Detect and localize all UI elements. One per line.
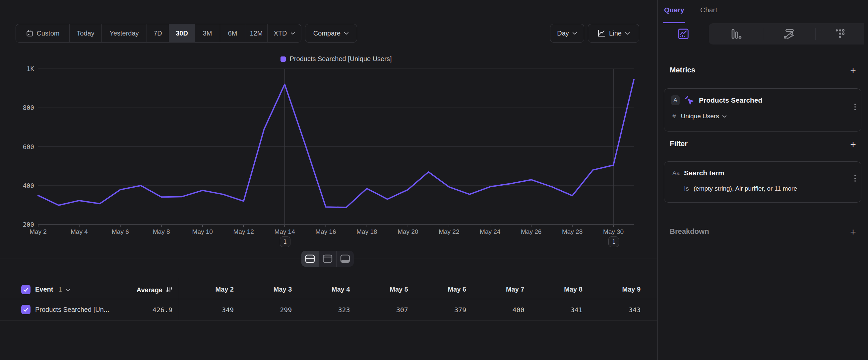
x-axis-label: May 14 — [265, 228, 305, 236]
tab-funnels[interactable] — [709, 23, 763, 45]
filter-value[interactable]: (empty string), Air purifier, or 11 more — [693, 185, 797, 192]
date-column-header[interactable]: May 7 — [468, 286, 525, 293]
average-column-divider — [179, 278, 179, 321]
metric-event-name[interactable]: Products Searched — [699, 96, 762, 104]
x-axis-label: May 10 — [183, 228, 222, 236]
date-cell-value: 341 — [526, 306, 583, 314]
date-range-yesterday[interactable]: Yesterday — [102, 24, 147, 42]
date-range-group: CustomTodayYesterday7D30D3M6M12MXTD — [16, 24, 301, 43]
breakdown-heading: Breakdown — [670, 227, 709, 236]
table-bottom-view-icon — [340, 254, 351, 264]
x-axis-label: May 30 — [593, 228, 633, 236]
table-bottom-view-button[interactable] — [337, 251, 354, 267]
row-checkbox[interactable] — [21, 305, 31, 314]
add-metric-button[interactable]: + — [848, 66, 858, 76]
date-range-xtd[interactable]: XTD — [268, 24, 301, 42]
date-cell-value: 307 — [352, 306, 408, 314]
date-column-header[interactable]: May 9 — [584, 286, 641, 293]
filter-operator[interactable]: Is — [684, 185, 689, 192]
date-range-custom[interactable]: Custom — [16, 24, 70, 42]
select-all-checkbox[interactable] — [21, 285, 31, 294]
granularity-label: Day — [557, 30, 569, 37]
tab-query[interactable]: Query — [664, 6, 684, 14]
aggregation-label: Unique Users — [681, 113, 719, 120]
average-label: Average — [136, 286, 162, 294]
date-cell-value: 379 — [410, 306, 466, 314]
date-column-header[interactable]: May 8 — [526, 286, 583, 293]
x-axis-label: May 4 — [59, 228, 99, 236]
date-range-label: Custom — [37, 30, 60, 37]
date-column-header[interactable]: May 5 — [352, 286, 408, 293]
date-column-header[interactable]: May 4 — [294, 286, 350, 293]
filter-options-menu[interactable] — [855, 175, 856, 182]
y-axis-label: 200 — [11, 221, 34, 228]
granularity-button[interactable]: Day — [550, 24, 584, 43]
tab-flows[interactable] — [763, 23, 815, 45]
metrics-heading: Metrics — [670, 66, 695, 74]
annotation-badge-may-30[interactable]: 1 — [609, 237, 619, 247]
date-cell-value: 299 — [236, 306, 292, 314]
x-axis-label: May 28 — [552, 228, 592, 236]
table-row-border — [0, 321, 657, 321]
tab-chart[interactable]: Chart — [700, 6, 717, 14]
chart-top-view-icon — [322, 254, 333, 264]
average-column-header[interactable]: Average — [110, 285, 173, 295]
date-range-12m[interactable]: 12M — [245, 24, 268, 42]
add-breakdown-button[interactable]: + — [848, 227, 858, 237]
date-range-30d[interactable]: 30D — [169, 24, 195, 42]
metric-aggregation-row: # Unique Users — [672, 113, 861, 120]
chart-plot-area[interactable] — [38, 69, 634, 228]
y-axis-label: 400 — [11, 182, 34, 189]
filter-condition-row: Is (empty string), Air purifier, or 11 m… — [684, 185, 861, 192]
date-column-header[interactable]: May 3 — [236, 286, 292, 293]
date-cell-value: 349 — [177, 306, 234, 314]
date-range-label: 12M — [250, 30, 263, 37]
date-range-6m[interactable]: 6M — [220, 24, 245, 42]
y-axis-label: 1K — [11, 65, 34, 73]
retention-icon — [834, 28, 846, 40]
tab-divider — [815, 28, 816, 40]
event-column-header[interactable]: Event — [35, 286, 53, 293]
cursor-click-icon — [684, 95, 694, 105]
date-range-3m[interactable]: 3M — [195, 24, 220, 42]
chevron-down-icon[interactable] — [66, 288, 70, 292]
series-letter-badge: A — [671, 95, 680, 105]
date-range-7d[interactable]: 7D — [147, 24, 169, 42]
row-series-name[interactable]: Products Searched [Un... — [35, 306, 109, 313]
series-line[interactable] — [38, 79, 634, 207]
check-icon — [23, 307, 29, 312]
date-range-today[interactable]: Today — [70, 24, 102, 42]
split-view-button[interactable] — [301, 251, 319, 267]
date-range-label: 30D — [176, 30, 188, 37]
date-range-label: 6M — [228, 30, 238, 37]
sort-descending-icon — [165, 286, 173, 294]
compare-button[interactable]: Compare — [305, 24, 357, 43]
tab-insights[interactable] — [658, 23, 709, 45]
tab-retention[interactable] — [815, 23, 864, 45]
add-filter-button[interactable]: + — [848, 139, 858, 149]
row-average-value: 426.9 — [116, 306, 173, 314]
split-view-icon — [304, 254, 316, 264]
x-axis-label: May 22 — [429, 228, 469, 236]
aggregation-selector[interactable]: Unique Users — [681, 113, 727, 120]
filter-property-name[interactable]: Search term — [684, 169, 724, 177]
chart-top-view-button[interactable] — [319, 251, 337, 267]
analytics-insights-app: CustomTodayYesterday7D30D3M6M12MXTD Comp… — [0, 0, 868, 360]
x-axis-label: May 16 — [306, 228, 346, 236]
string-property-icon: Aa — [672, 170, 680, 177]
legend-label: Products Searched [Unique Users] — [290, 55, 392, 63]
date-cell-value: 343 — [584, 306, 641, 314]
date-column-header[interactable]: May 6 — [410, 286, 466, 293]
chart-type-button[interactable]: Line — [588, 24, 639, 43]
x-axis-label: May 2 — [18, 228, 58, 236]
x-axis-label: May 18 — [347, 228, 386, 236]
date-cell-value: 323 — [294, 306, 350, 314]
metric-options-menu[interactable] — [855, 104, 856, 110]
date-column-header[interactable]: May 2 — [177, 286, 234, 293]
annotation-badge-may-14[interactable]: 1 — [280, 237, 290, 247]
metric-card[interactable]: A Products Searched # Unique Users — [664, 88, 861, 132]
x-axis-label: May 20 — [388, 228, 428, 236]
aggregation-symbol: # — [672, 113, 676, 120]
calendar-icon — [26, 30, 33, 37]
filter-card[interactable]: Aa Search term Is (empty string), Air pu… — [664, 161, 861, 202]
